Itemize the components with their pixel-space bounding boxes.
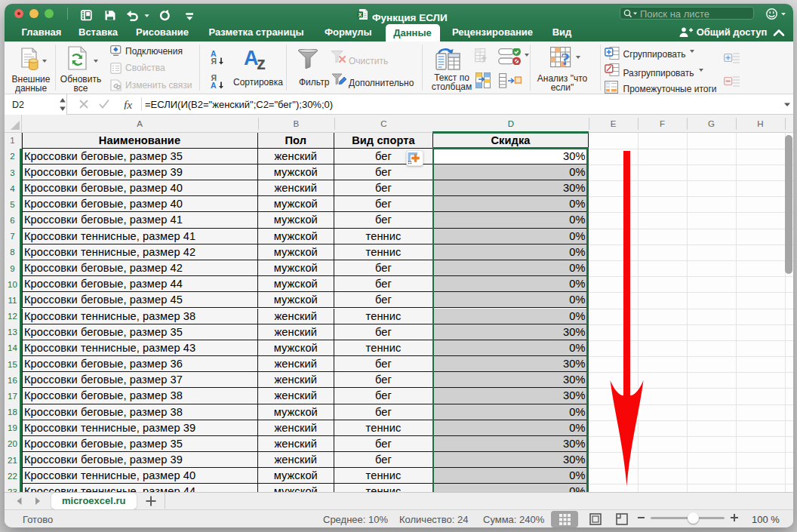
svg-text:fx: fx bbox=[124, 99, 132, 109]
svg-text:X: X bbox=[358, 12, 362, 17]
svg-text:?: ? bbox=[561, 49, 570, 69]
svg-text:Я: Я bbox=[211, 57, 217, 65]
svg-text:А: А bbox=[211, 81, 217, 89]
